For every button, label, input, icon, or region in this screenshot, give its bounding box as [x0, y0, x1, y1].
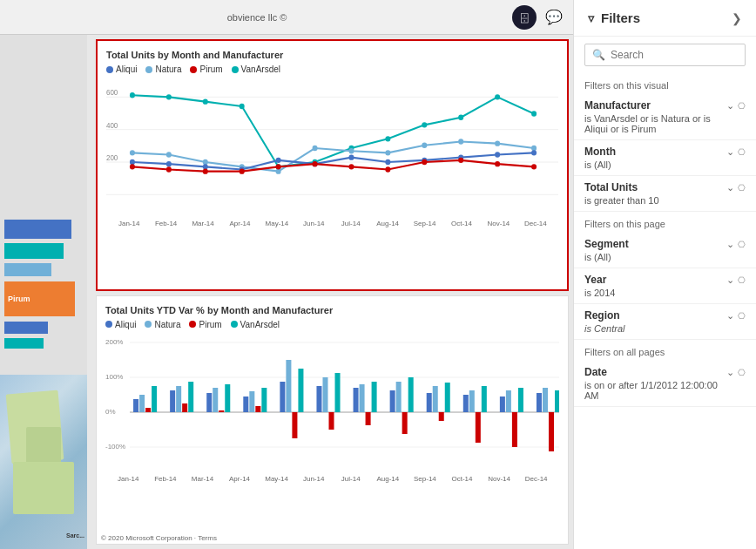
filter-date-value: is on or after 1/1/2012 12:00:00AM	[584, 380, 746, 401]
filters-header: ▿ Filters ❯	[574, 0, 756, 37]
filter-region-expand[interactable]: ⌄	[726, 310, 734, 322]
svg-point-27	[422, 143, 427, 148]
svg-rect-92	[396, 382, 402, 412]
svg-rect-80	[286, 360, 291, 412]
filter-region-value: is Central	[584, 323, 746, 334]
filter-year-expand[interactable]: ⌄	[726, 274, 734, 286]
bar-legend-aliqui: Aliqui	[105, 320, 136, 329]
filter-total-units-controls: ⌄ ⎔	[726, 182, 746, 193]
filter-total-units-header: Total Units ⌄ ⎔	[584, 181, 746, 193]
filter-date-controls: ⌄ ⎔	[726, 367, 746, 378]
svg-rect-95	[427, 393, 432, 412]
filter-region: Region ⌄ ⎔ is Central	[574, 304, 756, 340]
svg-point-19	[130, 150, 135, 155]
filter-year-title: Year	[584, 274, 606, 286]
svg-rect-91	[390, 390, 395, 412]
svg-rect-67	[170, 390, 175, 412]
filter-segment-controls: ⌄ ⎔	[726, 239, 746, 250]
svg-point-25	[348, 148, 354, 153]
svg-rect-109	[549, 412, 554, 451]
legend-vanarsdel: VanArsdel	[232, 64, 280, 74]
svg-rect-100	[469, 390, 475, 412]
filter-date-header: Date ⌄ ⎔	[584, 366, 746, 378]
filter-month-header: Month ⌄ ⎔	[584, 146, 746, 158]
svg-point-50	[385, 166, 390, 172]
svg-point-14	[385, 136, 390, 141]
brand-text: obvience llc ©	[227, 12, 287, 23]
svg-point-16	[458, 115, 463, 120]
svg-rect-65	[145, 408, 151, 412]
filter-total-units-title: Total Units	[584, 181, 638, 193]
svg-text:100%: 100%	[105, 373, 123, 381]
svg-rect-64	[139, 395, 145, 412]
filter-manufacturer-clear[interactable]: ⎔	[738, 101, 746, 111]
svg-point-49	[348, 164, 354, 169]
svg-rect-75	[243, 396, 248, 412]
section-visual-label: Filters on this visual	[574, 73, 756, 94]
search-box: 🔍	[584, 44, 746, 66]
svg-point-53	[495, 161, 500, 166]
chart-container: Total Units by Month and Manufacturer Al…	[91, 35, 573, 549]
svg-rect-101	[476, 412, 481, 443]
filter-year-clear[interactable]: ⎔	[738, 275, 746, 285]
svg-rect-74	[225, 384, 230, 412]
filter-date-expand[interactable]: ⌄	[726, 367, 734, 378]
svg-rect-71	[206, 393, 212, 412]
svg-point-42	[531, 150, 537, 155]
chat-icon[interactable]: 💬	[543, 7, 564, 28]
filter-total-units-clear[interactable]: ⎔	[738, 183, 746, 193]
filter-total-units-value: is greater than 10	[584, 195, 746, 206]
svg-rect-107	[537, 393, 542, 412]
svg-point-44	[166, 166, 172, 172]
svg-point-54	[531, 164, 537, 169]
footer-text: © 2020 Microsoft Corporation · Terms	[97, 532, 221, 544]
svg-rect-103	[500, 396, 505, 412]
bar-legend-vanarsdel: VanArsdel	[231, 320, 280, 329]
svg-rect-72	[213, 388, 218, 412]
filter-segment-expand[interactable]: ⌄	[726, 239, 734, 250]
svg-point-52	[458, 158, 463, 163]
filters-collapse-button[interactable]: ❯	[732, 11, 742, 25]
bar-chart-svg: 200% 100% 0% -100%	[105, 334, 559, 473]
svg-rect-84	[322, 377, 327, 412]
section-page-label: Filters on this page	[574, 212, 756, 233]
svg-rect-69	[182, 403, 187, 412]
svg-rect-105	[512, 412, 517, 447]
line-chart-svg: 600 400 200	[106, 78, 558, 218]
filter-manufacturer-title: Manufacturer	[584, 99, 651, 112]
svg-point-29	[495, 140, 500, 146]
svg-rect-98	[445, 383, 450, 412]
filter-month-expand[interactable]: ⌄	[726, 146, 734, 158]
filter-manufacturer-expand[interactable]: ⌄	[726, 100, 734, 112]
svg-rect-66	[152, 386, 157, 412]
section-all-label: Filters on all pages	[574, 340, 756, 361]
filter-year: Year ⌄ ⎔ is 2014	[574, 268, 756, 304]
search-input[interactable]	[611, 49, 738, 61]
line-chart: 600 400 200	[106, 78, 558, 218]
filter-region-controls: ⌄ ⎔	[726, 310, 746, 322]
filter-segment-header: Segment ⌄ ⎔	[584, 238, 746, 250]
filter-month-title: Month	[584, 146, 616, 158]
line-chart-title: Total Units by Month and Manufacturer	[106, 50, 558, 60]
svg-rect-99	[463, 395, 469, 412]
filter-region-clear[interactable]: ⎔	[738, 311, 746, 321]
filter-segment-clear[interactable]: ⎔	[738, 240, 746, 249]
user-icon[interactable]: ⌹	[512, 5, 537, 30]
filter-date-clear[interactable]: ⎔	[738, 368, 746, 377]
svg-point-15	[422, 122, 427, 127]
svg-rect-97	[439, 412, 444, 421]
line-chart-box: Total Units by Month and Manufacturer Al…	[96, 39, 569, 291]
bar-chart-box: Total Units YTD Var % by Month and Manuf…	[96, 295, 569, 546]
svg-text:400: 400	[106, 121, 118, 129]
search-icon: 🔍	[592, 49, 605, 61]
filters-panel: ▿ Filters ❯ 🔍 Filters on this visual Man…	[573, 0, 756, 549]
svg-rect-85	[328, 412, 334, 430]
svg-text:200%: 200%	[105, 338, 123, 346]
left-sidebar: Pirum Central Sarc...	[0, 35, 87, 549]
bar-chart: 200% 100% 0% -100%	[105, 334, 559, 473]
charts-area: Pirum Central Sarc... Total U	[0, 35, 573, 549]
filter-month-clear[interactable]: ⎔	[738, 147, 746, 157]
filter-total-units: Total Units ⌄ ⎔ is greater than 10	[574, 176, 756, 212]
filter-total-units-expand[interactable]: ⌄	[726, 182, 734, 193]
filter-region-title: Region	[584, 309, 620, 322]
